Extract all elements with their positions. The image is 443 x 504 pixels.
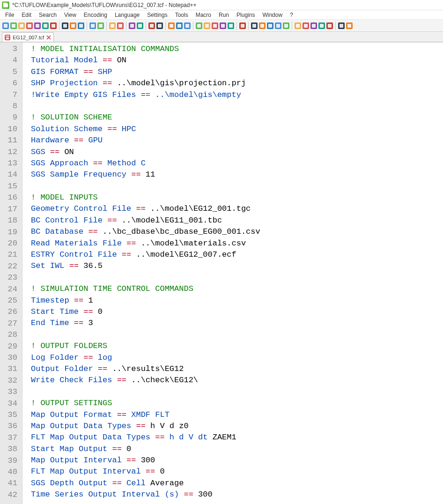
- code-line[interactable]: Map Output Data Types == h V d z0: [31, 421, 443, 432]
- line-number: 42: [6, 489, 17, 501]
- code-line[interactable]: Start Map Output == 0: [31, 444, 443, 455]
- open-file-icon[interactable]: [10, 22, 17, 30]
- code-line[interactable]: Hardware == GPU: [31, 135, 443, 146]
- code-line[interactable]: ! MODEL INITIALISATION COMMANDS: [31, 44, 443, 55]
- undo-icon[interactable]: [89, 22, 96, 30]
- save-icon[interactable]: [18, 22, 25, 30]
- mark-icon[interactable]: [318, 22, 325, 30]
- monitor-icon[interactable]: [239, 22, 246, 30]
- code-line[interactable]: ! OUTPUT FOLDERS: [31, 341, 443, 352]
- zoom-out-icon[interactable]: [136, 22, 144, 30]
- compare-icon[interactable]: [294, 22, 302, 30]
- menu-view[interactable]: View: [61, 11, 80, 19]
- code-line[interactable]: [31, 101, 443, 112]
- code-line[interactable]: Timestep == 1: [31, 295, 443, 306]
- close-icon[interactable]: [34, 22, 41, 30]
- menu-encoding[interactable]: Encoding: [81, 11, 111, 19]
- wrap-icon[interactable]: [168, 22, 175, 30]
- close-all-icon[interactable]: [42, 22, 49, 30]
- indent-guide-icon[interactable]: [184, 22, 191, 30]
- print-icon[interactable]: [50, 22, 57, 30]
- play-multi-icon[interactable]: [274, 22, 282, 30]
- code-line[interactable]: Map Output Interval == 300: [31, 455, 443, 466]
- lang-icon[interactable]: [195, 22, 203, 30]
- code-line[interactable]: End Time == 3: [31, 318, 443, 329]
- code-line[interactable]: Write Check Files == ..\check\EG12\: [31, 375, 443, 386]
- save-all-icon[interactable]: [26, 22, 33, 30]
- menu-search[interactable]: Search: [36, 11, 60, 19]
- tab-eg12-007[interactable]: EG12_007.tcf: [2, 32, 54, 42]
- menu-file[interactable]: File: [2, 11, 17, 19]
- misc1-icon[interactable]: [338, 22, 345, 30]
- code-line[interactable]: ! MODEL INPUTS: [31, 192, 443, 203]
- editor[interactable]: 3456789101112131415161718192021222324252…: [0, 42, 443, 504]
- line-number: 6: [6, 78, 17, 89]
- code-line[interactable]: SGS == ON: [31, 147, 443, 158]
- code-line[interactable]: Geometry Control File == ..\model\EG12_0…: [31, 203, 443, 215]
- menu-edit[interactable]: Edit: [18, 11, 35, 19]
- code-line[interactable]: FLT Map Output Interval == 0: [31, 466, 443, 477]
- whitespace-icon[interactable]: [176, 22, 183, 30]
- nav-back-icon[interactable]: [302, 22, 310, 30]
- folder-icon[interactable]: [227, 22, 235, 30]
- copy-icon[interactable]: [69, 22, 77, 30]
- code-line[interactable]: FLT Map Output Data Types == h d V dt ZA…: [31, 432, 443, 443]
- cut-icon[interactable]: [61, 22, 69, 30]
- code-line[interactable]: SGS Approach == Method C: [31, 158, 443, 169]
- svg-rect-77: [347, 24, 351, 28]
- code-line[interactable]: !Write Empty GIS Files == ..\model\gis\e…: [31, 89, 443, 101]
- menu-settings[interactable]: Settings: [144, 11, 170, 19]
- code-line[interactable]: BC Control File == ..\model\EG11_001.tbc: [31, 215, 443, 226]
- doc-map-icon[interactable]: [203, 22, 211, 30]
- new-file-icon[interactable]: [2, 22, 9, 30]
- sync-h-icon[interactable]: [156, 22, 163, 30]
- nav-fwd-icon[interactable]: [310, 22, 317, 30]
- misc2-icon[interactable]: [346, 22, 353, 30]
- toggle-icon[interactable]: [326, 22, 333, 30]
- code-line[interactable]: [31, 386, 443, 398]
- code-line[interactable]: Start Time == 0: [31, 306, 443, 318]
- code-line[interactable]: SGS Sample Frequency == 11: [31, 169, 443, 180]
- func-list-icon[interactable]: [219, 22, 227, 30]
- tab-strip: EG12_007.tcf: [0, 32, 443, 42]
- code-line[interactable]: Solution Scheme == HPC: [31, 124, 443, 135]
- code-line[interactable]: BC Database == ..\bc_dbase\bc_dbase_EG00…: [31, 226, 443, 237]
- code-line[interactable]: Tutorial Model == ON: [31, 55, 443, 66]
- code-line[interactable]: GIS FORMAT == SHP: [31, 67, 443, 78]
- menu-window[interactable]: Window: [259, 11, 286, 19]
- code-line[interactable]: SHP Projection == ..\model\gis\projectio…: [31, 78, 443, 89]
- code-line[interactable]: SGS Depth Output == Cell Average: [31, 478, 443, 489]
- menu-plugins[interactable]: Plugins: [233, 11, 258, 19]
- menu-macro[interactable]: Macro: [192, 11, 214, 19]
- paste-icon[interactable]: [77, 22, 85, 30]
- menu-language[interactable]: Language: [111, 11, 143, 19]
- menu-tools[interactable]: Tools: [172, 11, 192, 19]
- code-line[interactable]: Read Materials File == ..\model\material…: [31, 238, 443, 249]
- sync-v-icon[interactable]: [148, 22, 155, 30]
- menu-run[interactable]: Run: [215, 11, 232, 19]
- zoom-in-icon[interactable]: [128, 22, 136, 30]
- tab-close-icon[interactable]: [46, 35, 52, 40]
- code-line[interactable]: ESTRY Control File == ..\model\EG12_007.…: [31, 249, 443, 260]
- code-line[interactable]: ! SIMULATION TIME CONTROL COMMANDS: [31, 283, 443, 295]
- redo-icon[interactable]: [97, 22, 104, 30]
- stop-rec-icon[interactable]: [258, 22, 266, 30]
- replace-icon[interactable]: [117, 22, 124, 30]
- doc-list-icon[interactable]: [211, 22, 219, 30]
- code-line[interactable]: Map Output Format == XMDF FLT: [31, 409, 443, 421]
- code-line[interactable]: [31, 272, 443, 283]
- menu-help[interactable]: ?: [287, 11, 296, 19]
- save-macro-icon[interactable]: [282, 22, 290, 30]
- record-icon[interactable]: [251, 22, 258, 30]
- code-line[interactable]: [31, 329, 443, 341]
- code-line[interactable]: Output Folder == ..\results\EG12: [31, 363, 443, 375]
- code-line[interactable]: ! SOLUTION SCHEME: [31, 112, 443, 123]
- code-line[interactable]: Time Series Output Interval (s) == 300: [31, 489, 443, 500]
- find-icon[interactable]: [109, 22, 116, 30]
- play-icon[interactable]: [266, 22, 274, 30]
- code-line[interactable]: Log Folder == log: [31, 352, 443, 363]
- code-area[interactable]: ! MODEL INITIALISATION COMMANDSTutorial …: [22, 43, 443, 504]
- code-line[interactable]: ! OUTPUT SETTINGS: [31, 398, 443, 409]
- code-line[interactable]: [31, 181, 443, 192]
- code-line[interactable]: Set IWL == 36.5: [31, 260, 443, 272]
